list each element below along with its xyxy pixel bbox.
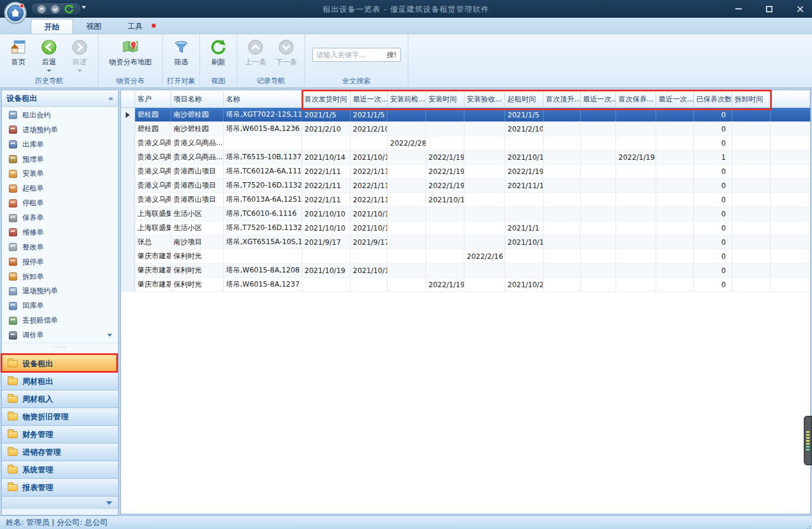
resize-grip-icon[interactable] [809,526,810,527]
table-row[interactable]: 碧桂园南沙碧桂园塔吊,XGT7022-12S,11202021/1/52021/… [121,108,810,122]
table-cell: 2021/10/10 [351,221,388,235]
sidebar-item-maintenance[interactable]: 保养单 [2,211,118,225]
back-button[interactable]: 后退 [34,38,64,72]
sidebar-section-周材租入[interactable]: 周材租入 [2,390,118,408]
sidebar-item-exit-reservation[interactable]: 退场预约单 [2,284,118,299]
forward-button[interactable]: 前进 [65,38,94,72]
previous-record-button[interactable]: 上一条 [241,38,270,67]
table-row[interactable]: 肇庆市建基...保利时光2022/2/160 [121,249,810,264]
table-cell [426,122,464,136]
grid-column-header[interactable]: 安装前检... [388,91,426,107]
table-row[interactable]: 贵港义乌商...贵港西山项目塔吊,T7520-16D,11322022/1/11… [121,179,810,193]
table-cell [732,150,771,164]
table-cell [581,108,616,121]
sidebar-item-repair[interactable]: 维修单 [2,225,118,240]
sidebar-item-entry-reservation[interactable]: 进场预约单 [2,123,118,137]
filter-button[interactable]: 筛选 [166,38,196,67]
sidebar-section-物资折旧管理[interactable]: 物资折旧管理 [2,408,118,425]
grid-column-header[interactable]: 项目名称 [171,91,224,107]
home-button[interactable]: 首页 [4,38,33,67]
close-button[interactable] [792,2,807,15]
tab-start[interactable]: 开始 [31,19,73,34]
status-user-info: 姓名: 管理员 | 分公司: 总公司 [6,517,108,528]
sidebar-section-进销存管理[interactable]: 进销存管理 [2,443,118,461]
sidebar-section-系统管理[interactable]: 系统管理 [2,461,118,478]
grid-column-header[interactable]: 起租时间 [505,91,543,107]
sidebar-section-报表管理[interactable]: 报表管理 [2,478,118,496]
table-row[interactable]: 张总南沙项目塔吊,XGT6515A-10S,12542021/9/172021/… [121,235,810,249]
table-cell: 塔吊,T7520-16D,1132 [224,221,302,235]
row-indicator [121,278,135,291]
tab-tools[interactable]: 工具 [114,18,161,34]
search-input[interactable] [316,51,384,59]
sidebar-item-return-warehouse[interactable]: 回库单 [2,298,118,313]
grid-column-header[interactable]: 最近一次... [351,91,388,107]
sidebar-item-outbound[interactable]: 出库单 [2,137,118,152]
grid-column-header[interactable]: 安装时间 [426,91,464,107]
app-menu-button[interactable] [4,2,27,24]
grid-column-header[interactable]: 首次顶升... [543,91,581,107]
qat-customize-icon[interactable] [81,6,86,9]
table-cell [616,249,656,263]
table-row[interactable]: 上海联盛集...生活小区塔吊,T7520-16D,11322021/10/102… [121,221,810,235]
sidebar-item-install[interactable]: 安装单 [2,167,118,182]
back-dropdown-icon[interactable] [47,70,51,72]
down-circle-icon[interactable] [51,5,60,14]
table-cell [464,264,505,277]
refresh-circle-icon[interactable] [64,4,74,14]
grid-column-header[interactable]: 安装验收... [464,91,505,107]
sidebar-section-周材租出[interactable]: 周材租出 [2,372,118,390]
sidebar-item-stop-report[interactable]: 报停单 [2,255,118,270]
table-row[interactable]: 贵港义乌商...贵港西山项目塔吊,TC6012A-6A,11192022/1/1… [121,165,810,179]
sidebar-section-设备租出[interactable]: 设备租出 [2,354,118,372]
sidebar-item-loss-compensation[interactable]: 丢损赔偿单 [2,313,118,328]
table-cell [505,249,543,263]
collapse-sidebar-button[interactable]: « [109,94,113,103]
table-row[interactable]: 贵港义乌商...贵港义乌商品...2022/2/280 [121,136,810,150]
table-cell [543,264,581,277]
grid-column-header[interactable]: 名称 [224,91,302,107]
tab-view[interactable]: 视图 [73,18,114,34]
up-circle-icon[interactable] [37,5,46,14]
table-cell: 0 [694,235,732,249]
grid-column-header[interactable]: 首次发货时间 [302,91,351,107]
grid-column-header[interactable]: 已保养次数 [694,91,732,107]
sidebar-item-price-adjust[interactable]: 调价单 [2,328,118,343]
refresh-button[interactable]: 刷新 [204,38,233,67]
distribution-map-button[interactable]: 物资分布地图 [102,38,159,67]
item-dropdown-icon[interactable] [107,334,112,337]
sidebar-splitter-handle[interactable]: ····· [2,343,118,354]
sidebar-item-rent-start[interactable]: 起租单 [2,181,118,196]
sidebar-overflow-bar[interactable] [2,496,118,509]
table-cell [616,165,656,178]
contract-icon [9,111,17,119]
grid-column-header[interactable]: 客户 [135,91,171,107]
next-record-button[interactable]: 下一条 [271,38,301,67]
table-row[interactable]: 碧桂园南沙碧桂园塔吊,W6015-8A,12362021/2/102021/2/… [121,122,810,136]
table-row[interactable]: 肇庆市建基...保利时光塔吊,W6015-8A,12082021/10/1920… [121,264,810,278]
sidebar-section-财务管理[interactable]: 财务管理 [2,425,118,443]
table-row[interactable]: 贵港义乌商...贵港西山项目塔吊,T6013A-6A,12512022/1/11… [121,193,810,207]
sidebar-header-title: 设备租出 [6,93,37,104]
grid-column-header[interactable]: 最近一次... [656,91,694,107]
grid-column-header[interactable]: 首次保养... [616,91,656,107]
table-cell: 2021/2/10 [505,122,543,136]
table-cell: 肇庆市建基... [135,264,171,277]
grid-column-header[interactable]: 拆卸时间 [732,91,771,107]
sidebar-item-rectify[interactable]: 整改单 [2,240,118,255]
sidebar-item-label: 退场预约单 [22,286,58,296]
sidebar-item-dismantle[interactable]: 拆卸单 [2,270,118,284]
maximize-button[interactable] [761,2,777,15]
floating-scrollbar-thumb[interactable] [804,416,812,465]
sidebar-item-contract[interactable]: 租出合约 [2,108,118,123]
install-icon [9,170,17,178]
table-cell [732,108,771,121]
table-row[interactable]: 贵港义乌商...贵港义乌商品...塔吊,T6515-10B,11372021/1… [121,150,810,165]
minimize-button[interactable] [731,2,746,15]
table-row[interactable]: 上海联盛集...生活小区塔吊,TC6010-6,11162021/10/1020… [121,207,810,221]
search-go-button[interactable]: 搜! [387,50,397,60]
sidebar-item-embed[interactable]: 预埋单 [2,152,118,167]
sidebar-item-rent-stop[interactable]: 停租单 [2,196,118,211]
grid-column-header[interactable]: 最近一次... [581,91,616,107]
table-row[interactable]: 肇庆市建基...保利时光塔吊,W6015-8A,12372022/1/19202… [121,278,810,292]
